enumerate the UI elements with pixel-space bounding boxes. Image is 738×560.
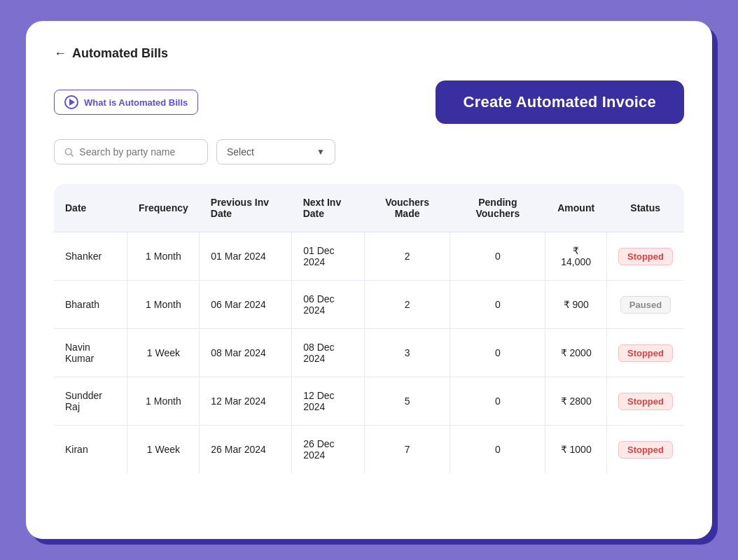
back-arrow-icon[interactable]: ← — [54, 46, 67, 61]
status-badge: Stopped — [618, 344, 673, 362]
table-container: Date Frequency Previous Inv Date Next In… — [54, 184, 684, 473]
table-row[interactable]: Kiran1 Week26 Mar 202426 Dec 202470₹ 100… — [54, 426, 684, 474]
create-automated-invoice-button[interactable]: Create Automated Invoice — [436, 80, 684, 124]
search-box — [54, 139, 208, 164]
main-card: ← Automated Bills What is Automated Bill… — [26, 21, 712, 539]
cell-frequency: 1 Week — [127, 426, 200, 474]
table-row[interactable]: Navin Kumar1 Week08 Mar 202408 Dec 20243… — [54, 329, 684, 377]
cell-prev-date: 08 Mar 2024 — [200, 329, 292, 377]
what-is-label: What is Automated Bills — [84, 97, 188, 108]
filters-row: Select ▼ — [54, 139, 684, 164]
cell-amount: ₹ 1000 — [545, 426, 607, 474]
col-header-date: Date — [54, 184, 127, 232]
cell-status: Paused — [606, 281, 684, 329]
cell-pending-vouchers: 0 — [450, 329, 545, 377]
col-header-vouchers-made: Vouchers Made — [364, 184, 450, 232]
cell-vouchers-made: 2 — [364, 232, 450, 281]
cell-prev-date: 06 Mar 2024 — [200, 281, 292, 329]
cell-prev-date: 01 Mar 2024 — [200, 232, 292, 281]
cell-vouchers-made: 7 — [364, 426, 450, 474]
cell-pending-vouchers: 0 — [450, 426, 545, 474]
cell-name: Shanker — [54, 232, 127, 281]
cell-pending-vouchers: 0 — [450, 281, 545, 329]
table-row[interactable]: Shanker1 Month01 Mar 202401 Dec 202420₹ … — [54, 232, 684, 281]
cell-next-date: 06 Dec 2024 — [292, 281, 365, 329]
play-icon — [64, 95, 78, 109]
cell-amount: ₹ 2800 — [545, 377, 607, 426]
cell-prev-date: 12 Mar 2024 — [200, 377, 292, 426]
cell-prev-date: 26 Mar 2024 — [200, 426, 292, 474]
table-body: Shanker1 Month01 Mar 202401 Dec 202420₹ … — [54, 232, 684, 474]
col-header-amount: Amount — [545, 184, 607, 232]
play-triangle — [69, 99, 75, 106]
cell-name: Sundder Raj — [54, 377, 127, 426]
cell-pending-vouchers: 0 — [450, 232, 545, 281]
cell-amount: ₹ 2000 — [545, 329, 607, 377]
automated-bills-table: Date Frequency Previous Inv Date Next In… — [54, 184, 684, 473]
cell-name: Bharath — [54, 281, 127, 329]
cell-vouchers-made: 3 — [364, 329, 450, 377]
cell-vouchers-made: 2 — [364, 281, 450, 329]
status-badge: Stopped — [618, 248, 673, 265]
select-dropdown[interactable]: Select ▼ — [216, 139, 335, 164]
select-label: Select — [227, 146, 254, 158]
chevron-down-icon: ▼ — [316, 147, 325, 157]
page-title: Automated Bills — [72, 46, 168, 61]
table-header: Date Frequency Previous Inv Date Next In… — [54, 184, 684, 232]
cell-name: Kiran — [54, 426, 127, 474]
cell-next-date: 01 Dec 2024 — [292, 232, 365, 281]
col-header-pending-vouchers: Pending Vouchers — [450, 184, 545, 232]
table-row[interactable]: Sundder Raj1 Month12 Mar 202412 Dec 2024… — [54, 377, 684, 426]
search-icon — [64, 147, 74, 158]
cell-status: Stopped — [606, 329, 684, 377]
status-badge: Paused — [620, 296, 671, 314]
what-is-button[interactable]: What is Automated Bills — [54, 90, 198, 115]
cell-name: Navin Kumar — [54, 329, 127, 377]
col-header-frequency: Frequency — [127, 184, 200, 232]
cell-amount: ₹ 14,000 — [545, 232, 607, 281]
cell-vouchers-made: 5 — [364, 377, 450, 426]
cell-next-date: 12 Dec 2024 — [292, 377, 365, 426]
cell-next-date: 26 Dec 2024 — [292, 426, 365, 474]
table-row[interactable]: Bharath1 Month06 Mar 202406 Dec 202420₹ … — [54, 281, 684, 329]
top-row: What is Automated Bills Create Automated… — [54, 80, 684, 124]
search-input[interactable] — [79, 146, 197, 158]
cell-frequency: 1 Month — [127, 377, 200, 426]
col-header-next-inv-date: Next Inv Date — [292, 184, 365, 232]
status-badge: Stopped — [618, 441, 673, 458]
svg-line-1 — [71, 154, 73, 156]
cell-status: Stopped — [606, 426, 684, 474]
cell-frequency: 1 Week — [127, 329, 200, 377]
cell-frequency: 1 Month — [127, 281, 200, 329]
cell-status: Stopped — [606, 232, 684, 281]
col-header-prev-inv-date: Previous Inv Date — [200, 184, 292, 232]
status-badge: Stopped — [618, 393, 673, 410]
cell-amount: ₹ 900 — [545, 281, 607, 329]
cell-pending-vouchers: 0 — [450, 377, 545, 426]
cell-next-date: 08 Dec 2024 — [292, 329, 365, 377]
col-header-status: Status — [606, 184, 684, 232]
cell-status: Stopped — [606, 377, 684, 426]
back-nav: ← Automated Bills — [54, 46, 684, 61]
cell-frequency: 1 Month — [127, 232, 200, 281]
